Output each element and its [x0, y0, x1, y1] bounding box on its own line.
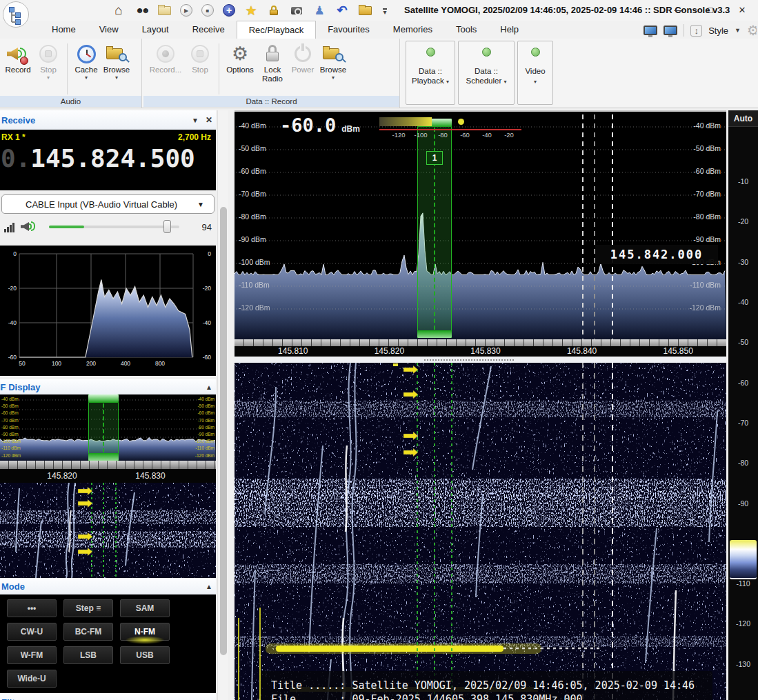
- audio-spectrum[interactable]: 0-20-40-60 0-20-40-60 50100200400800: [0, 246, 216, 376]
- rx-marker-badge[interactable]: 1: [426, 151, 443, 165]
- rf-spectrum[interactable]: -40 dBm-50 dBm-60 dBm-70 dBm-80 dBm-90 d…: [235, 110, 726, 357]
- ribbon-tab[interactable]: Rec/Playback: [237, 21, 316, 39]
- axis-tick: -50 dBm: [195, 403, 215, 410]
- panel-close-icon[interactable]: ✕: [206, 115, 212, 125]
- axis-tick: -90 dBm: [1, 431, 21, 438]
- mode-button[interactable]: SAM: [120, 599, 170, 617]
- panel-menu-icon[interactable]: ▼: [192, 117, 199, 124]
- if-frequency-ruler: [0, 461, 216, 469]
- folder-icon[interactable]: [157, 3, 171, 17]
- mode-button[interactable]: BC-FM: [63, 623, 113, 641]
- cache-button[interactable]: Cache ▾: [71, 41, 101, 81]
- data-stop-button[interactable]: Stop: [185, 41, 215, 74]
- clock-icon: [77, 45, 96, 63]
- scrollbar-thumb[interactable]: [220, 207, 227, 655]
- ribbon-tab[interactable]: Receive: [181, 21, 237, 39]
- window-controls: — □ ✕: [663, 0, 758, 20]
- options-button[interactable]: ⚙ Options: [223, 41, 257, 74]
- auto-range-button[interactable]: Auto: [728, 110, 758, 127]
- more-commands-icon[interactable]: [381, 3, 389, 17]
- style-dropdown-icon[interactable]: ▼: [735, 27, 741, 34]
- panel-title: Mode: [1, 581, 25, 592]
- undo-icon[interactable]: [335, 3, 349, 17]
- mode-button[interactable]: N-FM: [120, 623, 170, 641]
- collapse-icon[interactable]: ▲: [206, 583, 212, 590]
- axis-tick: 400: [108, 360, 143, 367]
- open-folder-icon[interactable]: [358, 3, 372, 17]
- mode-button[interactable]: USB: [120, 646, 170, 664]
- green-dot-icon: [426, 48, 435, 57]
- audio-record-button[interactable]: Record: [3, 41, 33, 74]
- data-record-button[interactable]: Record...: [146, 41, 185, 74]
- app-logo-icon[interactable]: [3, 1, 29, 28]
- favourite-star-icon[interactable]: [244, 3, 258, 17]
- if-tuning-selection[interactable]: [88, 394, 119, 461]
- ribbon-tab[interactable]: Tools: [444, 21, 488, 39]
- stop-icon[interactable]: [201, 4, 214, 17]
- audio-stop-button[interactable]: Stop ▾: [33, 41, 63, 81]
- axis-tick: 0: [197, 237, 211, 271]
- waterfall-plot: [235, 363, 726, 700]
- meter-tick: -80: [432, 131, 454, 139]
- person-icon[interactable]: [312, 3, 326, 17]
- minimize-button[interactable]: —: [663, 0, 695, 20]
- axis-tick: -70 dBm: [679, 190, 721, 212]
- if-spectrum[interactable]: -40 dBm-50 dBm-60 dBm-70 dBm-80 dBm-90 d…: [0, 394, 216, 461]
- splitter-grip-icon[interactable]: [424, 359, 514, 361]
- rf-spectrum-plot: [235, 113, 726, 339]
- ribbon-tab[interactable]: Layout: [130, 21, 181, 39]
- dropdown-icon: ▾: [534, 79, 537, 85]
- spread-icon[interactable]: ↕: [690, 25, 702, 37]
- signal-meter-scale-line: [379, 129, 521, 130]
- play-icon[interactable]: [180, 4, 192, 17]
- volume-slider[interactable]: [49, 220, 179, 234]
- left-panel-scrollbar[interactable]: [217, 110, 228, 700]
- home-icon[interactable]: [112, 3, 126, 17]
- speaker-icon[interactable]: [21, 220, 37, 234]
- maximize-button[interactable]: □: [695, 0, 726, 20]
- slider-thumb[interactable]: [163, 220, 171, 233]
- data-browse-button[interactable]: Browse ▾: [318, 41, 348, 81]
- settings-gear-icon[interactable]: ⚙: [747, 22, 757, 39]
- meter-tick: -20: [498, 131, 520, 139]
- axis-tick: -120 dBm: [679, 303, 721, 326]
- frequency-display[interactable]: RX 1 * 2,700 Hz 0.145.824.500: [0, 130, 216, 190]
- audio-browse-button[interactable]: Browse ▾: [101, 41, 132, 81]
- mode-button[interactable]: Wide-U: [7, 670, 57, 688]
- scale-tick: -20: [728, 201, 758, 241]
- monitor-2-icon[interactable]: [664, 26, 677, 35]
- if-waterfall[interactable]: [0, 483, 216, 578]
- ribbon-tab[interactable]: Home: [40, 21, 88, 39]
- ribbon-tab[interactable]: Favourites: [316, 21, 381, 39]
- mode-button[interactable]: Step ≡: [63, 599, 113, 617]
- camera-icon[interactable]: [290, 3, 303, 17]
- video-button[interactable]: Video▾: [517, 41, 553, 105]
- ribbon-tab[interactable]: Memories: [381, 21, 444, 39]
- mode-button[interactable]: LSB: [63, 646, 113, 664]
- palette-range-band[interactable]: [730, 540, 757, 579]
- ribbon-tab[interactable]: Help: [488, 21, 530, 39]
- frequency-value[interactable]: 0.145.824.500: [0, 142, 216, 175]
- audio-device-select[interactable]: CABLE Input (VB-Audio Virtual Cable) ▼: [1, 194, 215, 214]
- style-button[interactable]: Style: [708, 26, 728, 36]
- lock-icon[interactable]: [267, 3, 281, 17]
- data-playback-button[interactable]: Data ::Playback ▾: [406, 41, 455, 105]
- tuning-selection[interactable]: 1: [417, 119, 452, 338]
- mode-button[interactable]: CW-U: [7, 623, 57, 641]
- power-button[interactable]: Power: [288, 41, 318, 74]
- data-scheduler-button[interactable]: Data ::Scheduler ▾: [458, 41, 515, 105]
- users-icon[interactable]: [134, 3, 148, 17]
- axis-tick: -60 dBm: [195, 410, 215, 417]
- mode-button[interactable]: W-FM: [7, 646, 57, 664]
- mode-button[interactable]: •••: [7, 599, 57, 617]
- collapse-icon[interactable]: ▲: [206, 383, 212, 391]
- close-button[interactable]: ✕: [726, 0, 758, 20]
- waterfall[interactable]: Title .....: Satellite YOMOGI, 2025/02/0…: [235, 363, 726, 700]
- display-splitter[interactable]: [235, 357, 726, 363]
- monitor-1-icon[interactable]: [644, 26, 657, 35]
- level-meter-icon[interactable]: [4, 222, 14, 232]
- add-icon[interactable]: [223, 4, 235, 17]
- mode-panel-header: Mode ▲: [0, 578, 216, 594]
- ribbon-tab[interactable]: View: [88, 21, 130, 39]
- lock-radio-button[interactable]: LockRadio: [257, 41, 288, 83]
